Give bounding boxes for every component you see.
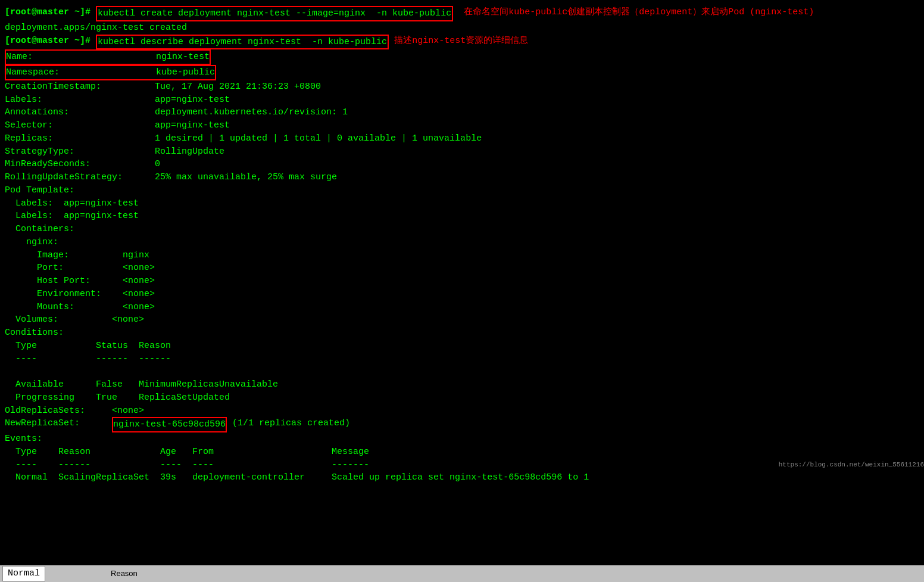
conditions-progressing: Progressing True ReplicaSetUpdated (5, 391, 919, 404)
namespace-box: Namespace: kube-public (5, 65, 216, 80)
image-label: Image: nginx (5, 249, 149, 262)
blank-line (5, 365, 10, 378)
cmd-box-1: kubectl create deployment nginx-test --i… (96, 6, 453, 21)
conditions-available: Available False MinimumReplicasUnavailab… (5, 378, 919, 391)
events-header: Type Reason Age From Message (5, 446, 919, 459)
name-label: Name: nginx-test (6, 52, 210, 62)
port-label: Port: <none> (5, 262, 155, 275)
creation-label: CreationTimestamp: Tue, 17 Aug 2021 21:3… (5, 80, 321, 94)
kv-newreplicaset: NewReplicaSet: nginx-test-65c98cd596 (1/… (5, 417, 919, 432)
kv-selector: Selector: app=nginx-test (5, 119, 919, 132)
oldreplicasets-label: OldReplicaSets: <none> (5, 404, 144, 418)
kv-minready: MinReadySeconds: 0 (5, 158, 919, 171)
output-text-1: deployment.apps/nginx-test created (5, 21, 187, 35)
kv-rollingstrategy: RollingUpdateStrategy: 25% max unavailab… (5, 171, 919, 184)
conditions-blank (5, 365, 919, 378)
minready-label: MinReadySeconds: 0 (5, 158, 160, 171)
comment-2: 描述nginx-test资源的详细信息 (389, 35, 528, 48)
command-line-1: [root@master ~]# kubectl create deployme… (5, 6, 919, 21)
cmd-text-1: kubectl create deployment nginx-test --i… (98, 8, 451, 18)
kv-annotations: Annotations: deployment.kubernetes.io/re… (5, 106, 919, 119)
conditions-label: Conditions: (5, 326, 64, 340)
cmd-text-2: kubectl describe deployment nginx-test -… (98, 37, 387, 47)
newreplicaset-key: NewReplicaSet: (5, 417, 112, 430)
kv-replicas: Replicas: 1 desired | 1 updated | 1 tota… (5, 132, 919, 145)
kv-creation: CreationTimestamp: Tue, 17 Aug 2021 21:3… (5, 80, 919, 94)
pod-port: Port: <none> (5, 262, 919, 275)
prompt-1: [root@master ~]# (5, 6, 96, 19)
environment-label: Environment: <none> (5, 288, 155, 301)
progressing-text: Progressing True ReplicaSetUpdated (5, 391, 230, 404)
newreplicaset-rest: (1/1 replicas created) (227, 417, 350, 430)
pod-labels-label-2: Labels: app=nginx-test (5, 210, 139, 223)
strategytype-label: StrategyType: RollingUpdate (5, 145, 224, 158)
kv-strategytype: StrategyType: RollingUpdate (5, 145, 919, 158)
events-header-text: Type Reason Age From Message (5, 446, 369, 459)
annotations-label: Annotations: deployment.kubernetes.io/re… (5, 106, 348, 119)
kv-namespace: Namespace: kube-public (5, 65, 919, 80)
available-text: Available False MinimumReplicasUnavailab… (5, 378, 278, 391)
conditions-header: Type Status Reason (5, 340, 919, 353)
conditions-sep: ---- ------ ------ (5, 353, 919, 366)
mounts-label: Mounts: <none> (5, 301, 155, 314)
labels-label: Labels: app=nginx-test (5, 94, 230, 107)
comment-1: 在命名空间kube-public创建副本控制器（deployment）来启动Po… (453, 6, 814, 19)
terminal: [root@master ~]# kubectl create deployme… (0, 4, 924, 487)
section-conditions: Conditions: (5, 326, 919, 340)
nginx-label: nginx: (5, 236, 58, 249)
command-line-2: [root@master ~]# kubectl describe deploy… (5, 35, 919, 50)
conditions-header-text: Type Status Reason (5, 340, 171, 353)
status-normal: Normal (2, 566, 45, 581)
events-row-1-text: Normal ScalingReplicaSet 39s deployment-… (5, 471, 589, 484)
prompt-2: [root@master ~]# (5, 35, 96, 48)
pod-labels-2: Labels: app=nginx-test (5, 210, 919, 223)
watermark: https://blog.csdn.net/weixin_55611216 (779, 460, 924, 470)
kv-oldreplicasets: OldReplicaSets: <none> (5, 404, 919, 418)
namespace-label: Namespace: kube-public (6, 67, 215, 77)
rollingstrategy-label: RollingUpdateStrategy: 25% max unavailab… (5, 171, 337, 184)
pod-mounts: Mounts: <none> (5, 301, 919, 314)
pod-volumes: Volumes: <none> (5, 313, 919, 326)
pod-nginx: nginx: (5, 236, 919, 249)
section-podtemplate: Pod Template: (5, 184, 919, 197)
output-line-1: deployment.apps/nginx-test created (5, 21, 919, 35)
pod-environment: Environment: <none> (5, 288, 919, 301)
section-events: Events: (5, 432, 919, 446)
pod-hostport: Host Port: <none> (5, 275, 919, 288)
conditions-sep-text: ---- ------ ------ (5, 353, 171, 366)
reason-text: Reason (111, 568, 138, 580)
cmd-box-2: kubectl describe deployment nginx-test -… (96, 35, 389, 50)
replicas-label: Replicas: 1 desired | 1 updated | 1 tota… (5, 132, 482, 145)
volumes-label: Volumes: <none> (5, 313, 144, 326)
newreplicaset-box: nginx-test-65c98cd596 (112, 417, 227, 432)
kv-labels: Labels: app=nginx-test (5, 94, 919, 107)
pod-image: Image: nginx (5, 249, 919, 262)
kv-name: Name: nginx-test (5, 49, 919, 65)
newreplicaset-value: nginx-test-65c98cd596 (113, 419, 226, 430)
events-sep-text: ---- ------ ---- ---- ------- (5, 459, 369, 472)
hostport-label: Host Port: <none> (5, 275, 155, 288)
events-row-1: Normal ScalingReplicaSet 39s deployment-… (5, 471, 919, 484)
pod-containers: Containers: (5, 223, 919, 236)
podtemplate-label: Pod Template: (5, 184, 74, 197)
pod-labels-label-1: Labels: app=nginx-test (5, 197, 139, 210)
events-label: Events: (5, 432, 42, 446)
status-bar: Normal Reason (0, 565, 924, 582)
selector-label: Selector: app=nginx-test (5, 119, 230, 132)
pod-labels-1: Labels: app=nginx-test (5, 197, 919, 210)
containers-label: Containers: (5, 223, 74, 236)
name-box: Name: nginx-test (5, 49, 211, 65)
